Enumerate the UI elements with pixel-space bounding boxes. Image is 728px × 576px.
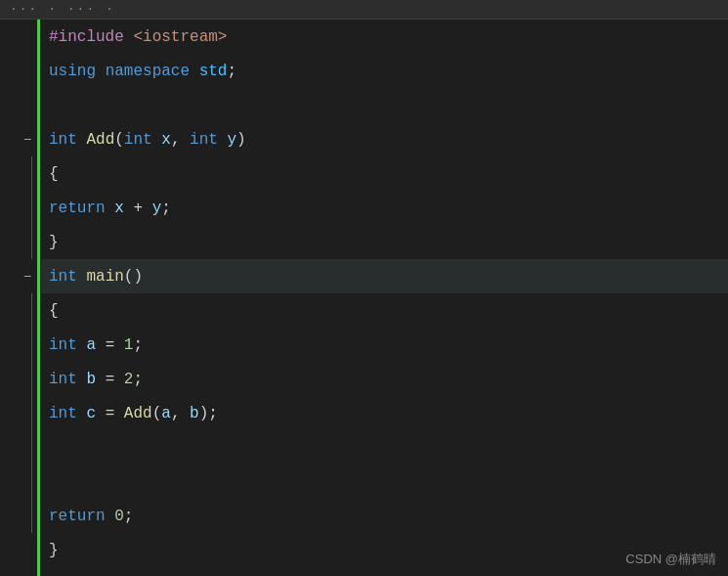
assign-c: = <box>96 405 124 422</box>
paren-close: ) <box>236 131 246 149</box>
var-a: a <box>86 336 96 354</box>
space <box>77 371 87 388</box>
code-line-main-sig: − int main () <box>41 259 728 293</box>
brace-open-main: { <box>49 302 59 320</box>
scroll-indicator: ··· · ··· · <box>10 2 115 17</box>
namespace-keyword: namespace <box>106 63 190 80</box>
semicolon: ; <box>227 63 236 80</box>
int-keyword-b: int <box>49 371 77 388</box>
var-x: x <box>114 199 124 217</box>
code-line-brace-close-add: } <box>41 225 728 259</box>
assign-b: = <box>96 371 124 388</box>
include-string: <iostream> <box>133 28 227 46</box>
space <box>77 131 87 149</box>
int-keyword-a: int <box>49 336 77 354</box>
fold-line-add <box>31 156 32 259</box>
return-keyword-main: return <box>49 508 106 525</box>
empty-line-3 <box>41 465 728 499</box>
space <box>124 28 134 46</box>
comma: , <box>171 131 190 149</box>
code-editor: ··· · ··· · #include <iostream> using na… <box>0 0 728 576</box>
space <box>106 508 115 525</box>
arg-b: b <box>190 405 199 422</box>
watermark: CSDN @楠鹤晴 <box>625 551 716 568</box>
num-2: 2 <box>124 371 134 388</box>
top-bar: ··· · ··· · <box>0 0 728 20</box>
code-line-brace-open-add: { <box>41 156 728 191</box>
semi-b: ; <box>133 371 143 388</box>
plus: + <box>124 199 152 217</box>
space <box>152 131 162 149</box>
semi-ret: ; <box>124 508 134 525</box>
fold-line-main <box>31 293 32 533</box>
brace-close: } <box>49 234 59 251</box>
int-keyword-1: int <box>49 131 77 149</box>
return-keyword-add: return <box>49 199 106 217</box>
space <box>96 63 106 80</box>
parens-main: () <box>124 268 143 286</box>
num-1: 1 <box>124 336 134 354</box>
gutter-line <box>37 20 40 576</box>
comma-add: , <box>171 405 190 422</box>
param-y: y <box>228 131 237 149</box>
code-line-int-a: int a = 1 ; <box>41 328 728 362</box>
space <box>218 131 228 149</box>
empty-line-1 <box>41 88 728 122</box>
using-keyword: using <box>49 63 96 80</box>
space <box>77 268 87 286</box>
code-line-return-main: return 0 ; <box>41 499 728 533</box>
code-line-return-add: return x + y ; <box>41 191 728 225</box>
semicolon-ret: ; <box>161 199 171 217</box>
code-line-int-c: int c = Add ( a , b ); <box>41 396 728 430</box>
code-line-int-b: int b = 2 ; <box>41 362 728 396</box>
main-func-name: main <box>86 268 123 286</box>
assign-a: = <box>96 336 124 354</box>
arg-a: a <box>161 405 171 422</box>
var-b: b <box>86 371 96 388</box>
paren-add-close-semi: ); <box>199 405 218 422</box>
preprocessor-keyword: #include <box>49 28 124 46</box>
code-area: #include <iostream> using namespace std … <box>41 20 728 576</box>
code-line-add-sig: − int Add ( int x , int y ) <box>41 122 728 156</box>
space <box>77 336 87 354</box>
space <box>77 405 87 422</box>
brace-close-main: } <box>49 542 59 559</box>
code-line-brace-open-main: { <box>41 293 728 328</box>
paren-open: ( <box>114 131 124 149</box>
add-call: Add <box>124 405 152 422</box>
brace-open: { <box>49 165 59 183</box>
space <box>106 199 115 217</box>
code-line-using: using namespace std ; <box>41 54 728 88</box>
fold-icon-add[interactable]: − <box>23 132 31 148</box>
int-keyword-c: int <box>49 405 77 422</box>
int-param1: int <box>124 131 152 149</box>
int-param2: int <box>190 131 218 149</box>
int-keyword-main: int <box>49 268 77 286</box>
num-zero: 0 <box>114 508 124 525</box>
empty-line-2 <box>41 430 728 465</box>
var-c: c <box>86 405 96 422</box>
param-x: x <box>161 131 171 149</box>
std-name: std <box>199 63 228 80</box>
space <box>190 63 199 80</box>
semi-a: ; <box>133 336 143 354</box>
fold-icon-main[interactable]: − <box>23 269 31 285</box>
code-line-include: #include <iostream> <box>41 20 728 54</box>
add-func-name: Add <box>86 131 114 149</box>
var-y: y <box>152 199 162 217</box>
paren-add-open: ( <box>152 405 162 422</box>
